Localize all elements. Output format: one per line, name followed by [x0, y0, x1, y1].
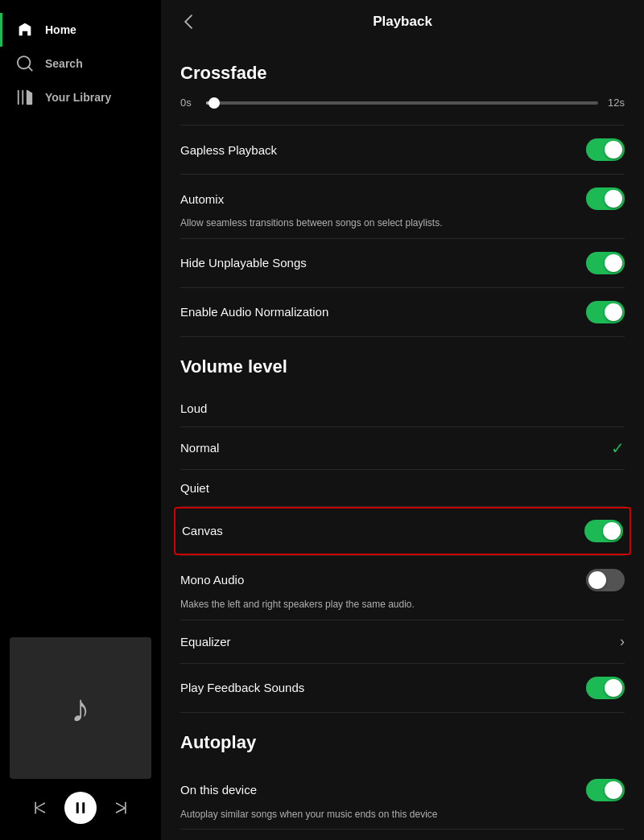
now-playing-art: ♪ — [10, 637, 151, 779]
automix-row: Automix — [180, 175, 625, 223]
equalizer-label: Equalizer — [180, 635, 231, 649]
play-feedback-label: Play Feedback Sounds — [180, 681, 304, 694]
mono-audio-thumb — [588, 571, 606, 589]
automix-description: Allow seamless transitions between songs… — [180, 216, 625, 230]
automix-label: Automix — [180, 192, 224, 206]
automix-track — [586, 187, 625, 210]
canvas-track — [584, 520, 623, 542]
sidebar-item-home[interactable]: Home — [0, 13, 161, 47]
autoplay-device-label: On this device — [180, 783, 257, 797]
autoplay-other-row: On other devices — [180, 830, 625, 840]
gapless-playback-row: Gapless Playback — [180, 126, 625, 174]
audio-norm-toggle[interactable] — [586, 301, 625, 323]
hide-unplayable-row: Hide Unplayable Songs — [180, 239, 625, 287]
sidebar-item-search-label: Search — [45, 57, 83, 70]
hide-unplayable-thumb — [605, 254, 622, 272]
audio-norm-thumb — [605, 303, 622, 321]
home-icon — [16, 21, 34, 39]
play-feedback-thumb — [605, 679, 622, 697]
equalizer-row[interactable]: Equalizer › — [180, 620, 625, 663]
canvas-toggle[interactable] — [584, 520, 623, 542]
canvas-row[interactable]: Canvas — [174, 507, 631, 555]
search-icon — [16, 55, 34, 72]
volume-quiet-label: Quiet — [180, 481, 209, 495]
autoplay-device-track — [586, 779, 625, 801]
canvas-thumb — [603, 522, 621, 540]
divider-5 — [180, 336, 625, 337]
crossfade-thumb — [208, 97, 220, 109]
audio-norm-row: Enable Audio Normalization — [180, 288, 625, 336]
autoplay-device-thumb — [605, 781, 622, 799]
autoplay-device-description: Autoplay similar songs when your music e… — [180, 808, 625, 821]
music-note-icon: ♪ — [71, 686, 90, 731]
volume-normal-label: Normal — [180, 441, 219, 455]
back-button[interactable] — [180, 13, 198, 31]
mono-audio-description: Makes the left and right speakers play t… — [180, 598, 625, 611]
mono-audio-label: Mono Audio — [180, 573, 244, 587]
sidebar-item-search[interactable]: Search — [0, 47, 161, 80]
volume-loud-label: Loud — [180, 401, 207, 415]
crossfade-heading: Crossfade — [180, 63, 625, 84]
library-icon — [16, 89, 34, 106]
main-content: Playback Crossfade 0s 12s Gapless Playba… — [161, 0, 644, 840]
play-feedback-toggle[interactable] — [586, 677, 625, 699]
player-controls — [10, 785, 151, 830]
sidebar-item-library-label: Your Library — [45, 91, 111, 104]
automix-toggle[interactable] — [586, 187, 625, 210]
gapless-track — [586, 138, 625, 161]
hide-unplayable-track — [586, 252, 625, 274]
gapless-toggle[interactable] — [586, 138, 625, 161]
sidebar-nav: Home Search Your Library — [0, 0, 161, 127]
gapless-label: Gapless Playback — [180, 143, 277, 157]
volume-level-heading: Volume level — [180, 356, 625, 377]
autoplay-heading: Autoplay — [180, 732, 625, 753]
next-button[interactable] — [113, 800, 129, 816]
volume-loud-option[interactable]: Loud — [180, 390, 625, 426]
sidebar: Home Search Your Library ♪ — [0, 0, 161, 840]
chevron-right-icon: › — [620, 633, 625, 650]
volume-quiet-option[interactable]: Quiet — [180, 470, 625, 506]
volume-normal-checkmark: ✓ — [611, 439, 625, 458]
autoplay-device-row: On this device — [180, 766, 625, 814]
crossfade-slider-row: 0s 12s — [180, 97, 625, 109]
divider-12 — [180, 712, 625, 713]
crossfade-max-label: 12s — [608, 97, 625, 109]
mono-audio-toggle[interactable] — [586, 569, 625, 591]
sidebar-item-library[interactable]: Your Library — [0, 80, 161, 114]
sidebar-bottom: ♪ — [0, 628, 161, 840]
header: Playback — [161, 0, 644, 43]
audio-norm-label: Enable Audio Normalization — [180, 305, 328, 319]
crossfade-min-label: 0s — [180, 97, 196, 109]
gapless-thumb — [605, 141, 622, 159]
hide-unplayable-label: Hide Unplayable Songs — [180, 256, 307, 270]
sidebar-item-home-label: Home — [45, 23, 76, 36]
previous-button[interactable] — [32, 800, 48, 816]
automix-thumb — [605, 190, 622, 208]
settings-content: Crossfade 0s 12s Gapless Playback Automi… — [161, 63, 644, 840]
page-title: Playback — [211, 14, 594, 30]
volume-normal-option[interactable]: Normal ✓ — [180, 427, 625, 469]
crossfade-slider[interactable] — [206, 101, 598, 105]
audio-norm-track — [586, 301, 625, 323]
play-feedback-row: Play Feedback Sounds — [180, 664, 625, 712]
autoplay-device-toggle[interactable] — [586, 779, 625, 801]
mono-audio-track — [586, 569, 625, 591]
hide-unplayable-toggle[interactable] — [586, 252, 625, 274]
pause-button[interactable] — [64, 792, 97, 824]
play-feedback-track — [586, 677, 625, 699]
mono-audio-row: Mono Audio — [180, 556, 625, 604]
canvas-label: Canvas — [182, 524, 223, 537]
